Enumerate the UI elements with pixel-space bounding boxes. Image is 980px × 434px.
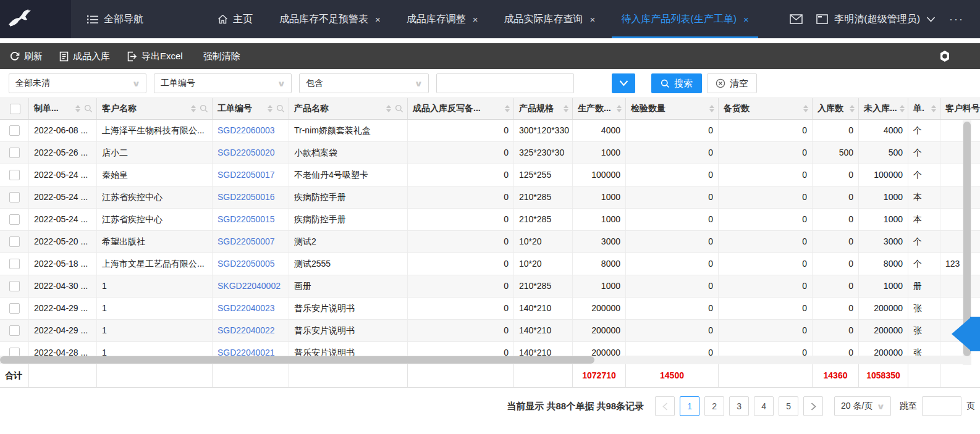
settings-gear-icon[interactable]	[938, 49, 970, 63]
col-header-not_in_qty[interactable]: 未入库...	[859, 98, 908, 119]
table-row[interactable]: 2022-04-30 ...1SKGD22040002画册0210*285100…	[0, 275, 980, 298]
sort-icon[interactable]	[617, 105, 622, 112]
sort-icon[interactable]	[850, 105, 855, 112]
refresh-button[interactable]: 刷新	[10, 51, 43, 62]
stock-in-button[interactable]: 成品入库	[59, 51, 110, 62]
table-row[interactable]: 2022-05-24 ...江苏省疾控中心SGD22050015疾病防控手册02…	[0, 209, 980, 231]
order-no-link[interactable]: SGD22050005	[218, 259, 275, 269]
search-button[interactable]: 搜索	[651, 73, 702, 93]
sort-icon[interactable]	[900, 105, 905, 112]
col-header-check[interactable]	[0, 98, 29, 119]
table-row[interactable]: 2022-05-20 ...希望出版社SGD22050007测试2010*203…	[0, 231, 980, 253]
col-header-date[interactable]: 制单...	[29, 98, 97, 119]
row-checkbox[interactable]	[9, 348, 20, 356]
sort-icon[interactable]	[931, 105, 936, 112]
row-checkbox[interactable]	[9, 214, 20, 225]
next-page-button[interactable]	[803, 396, 823, 416]
tab-close-icon[interactable]: ×	[590, 14, 596, 25]
sort-icon[interactable]	[268, 105, 272, 112]
page-button-3[interactable]: 3	[729, 396, 749, 416]
col-header-writeback[interactable]: 成品入库反写备...	[408, 98, 514, 119]
table-row[interactable]: 2022-05-24 ...江苏省疾控中心SGD22050016疾病防控手册02…	[0, 186, 980, 209]
column-search-icon[interactable]	[395, 104, 403, 113]
col-header-prod_qty[interactable]: 生产数...	[573, 98, 626, 119]
field-filter-select[interactable]: 工单编号∨	[154, 73, 292, 93]
order-no-link[interactable]: SKGD22040002	[218, 281, 281, 291]
tab-待入库产品列表(生产工单)[interactable]: 待入库产品列表(生产工单)×	[608, 0, 761, 38]
page-button-4[interactable]: 4	[754, 396, 774, 416]
col-header-stock_qty[interactable]: 备货数	[719, 98, 813, 119]
order-no-link[interactable]: SGD22040023	[218, 303, 275, 313]
row-checkbox[interactable]	[9, 303, 20, 314]
tab-close-icon[interactable]: ×	[375, 14, 381, 25]
clear-button[interactable]: 清空	[707, 73, 757, 93]
col-header-spec[interactable]: 产品规格	[514, 98, 573, 119]
sort-icon[interactable]	[505, 105, 510, 112]
col-header-cust_part[interactable]: 客户料号	[940, 98, 980, 119]
page-size-select[interactable]: 20 条/页 ∨	[834, 396, 891, 416]
order-no-link[interactable]: SGD22050016	[218, 192, 275, 202]
row-checkbox[interactable]	[9, 192, 20, 202]
order-no-link[interactable]: SGD22040021	[218, 348, 275, 356]
sort-icon[interactable]	[386, 105, 391, 112]
col-header-order_no[interactable]: 工单编号	[213, 98, 289, 119]
tab-成品实际库存查询[interactable]: 成品实际库存查询×	[491, 0, 609, 38]
tab-close-icon[interactable]: ×	[473, 14, 478, 25]
table-row[interactable]: 2022-05-26 ...店小二SGD22050020小款档案袋0325*23…	[0, 142, 980, 164]
expand-filters-button[interactable]	[612, 73, 635, 93]
operator-filter-select[interactable]: 包含∨	[299, 73, 429, 93]
order-no-link[interactable]: SGD22050017	[218, 170, 275, 180]
col-header-inspect_qty[interactable]: 检验数量	[626, 98, 719, 119]
row-checkbox[interactable]	[9, 281, 20, 291]
force-clear-button[interactable]: 强制清除	[203, 51, 240, 62]
column-search-icon[interactable]	[84, 104, 93, 113]
row-checkbox[interactable]	[9, 170, 20, 180]
sort-icon[interactable]	[191, 105, 196, 112]
side-panel-toggle[interactable]	[970, 317, 980, 351]
table-row[interactable]: 2022-04-29 ...1SGD22040023普乐安片说明书0140*21…	[0, 298, 980, 320]
page-button-1[interactable]: 1	[680, 396, 699, 416]
mail-icon[interactable]	[790, 14, 803, 24]
order-no-link[interactable]: SGD22040022	[218, 325, 275, 335]
order-no-link[interactable]: SGD22050015	[218, 214, 275, 224]
tab-成品库存调整[interactable]: 成品库存调整×	[394, 0, 491, 38]
table-row[interactable]: 2022-04-28 ...1SGD22040021普乐安片说明书0140*21…	[0, 342, 980, 356]
keyword-input[interactable]	[436, 73, 574, 93]
user-menu[interactable]: 李明清(超级管理员)	[816, 13, 936, 26]
horizontal-scrollbar-thumb[interactable]	[0, 356, 594, 364]
table-row[interactable]: 2022-05-24 ...秦始皇SGD22050017不老仙丹4号吸塑卡012…	[0, 164, 980, 186]
order-no-link[interactable]: SGD22050020	[218, 148, 275, 157]
column-search-icon[interactable]	[276, 104, 285, 113]
page-button-5[interactable]: 5	[779, 396, 798, 416]
col-header-in_qty[interactable]: 入库数	[813, 98, 859, 119]
row-checkbox[interactable]	[9, 125, 20, 136]
horizontal-scrollbar[interactable]	[0, 356, 971, 364]
tab-home[interactable]: 主页	[204, 0, 266, 38]
row-checkbox[interactable]	[9, 325, 20, 336]
order-no-link[interactable]: SGD22050007	[218, 236, 275, 246]
page-button-2[interactable]: 2	[704, 396, 724, 416]
sort-icon[interactable]	[564, 105, 568, 112]
tab-成品库存不足预警表[interactable]: 成品库存不足预警表×	[266, 0, 394, 38]
table-row[interactable]: 2022-06-08 ...上海泽平生物科技有限公...SGD22060003T…	[0, 120, 980, 142]
more-options-icon[interactable]: ···	[949, 13, 964, 26]
col-header-product[interactable]: 产品名称	[289, 98, 408, 119]
sort-icon[interactable]	[709, 105, 714, 112]
nav-all-menu-button[interactable]: 全部导航	[71, 0, 159, 38]
status-filter-select[interactable]: 全部未清∨	[9, 73, 146, 93]
sort-icon[interactable]	[803, 105, 808, 112]
table-row[interactable]: 2022-04-29 ...1SGD22040022普乐安片说明书0140*21…	[0, 320, 980, 342]
export-excel-button[interactable]: 导出Excel	[127, 51, 183, 62]
col-header-customer[interactable]: 客户名称	[97, 98, 213, 119]
row-checkbox[interactable]	[9, 148, 20, 158]
prev-page-button[interactable]	[655, 396, 675, 416]
row-checkbox[interactable]	[9, 236, 20, 247]
row-checkbox[interactable]	[9, 259, 20, 269]
order-no-link[interactable]: SGD22060003	[218, 125, 275, 135]
col-header-unit[interactable]: 单.	[908, 98, 940, 119]
select-all-checkbox[interactable]	[10, 104, 20, 114]
jump-to-page-input[interactable]	[922, 396, 961, 416]
column-search-icon[interactable]	[200, 104, 208, 113]
tab-close-icon[interactable]: ×	[743, 14, 749, 25]
sort-icon[interactable]	[75, 105, 80, 112]
